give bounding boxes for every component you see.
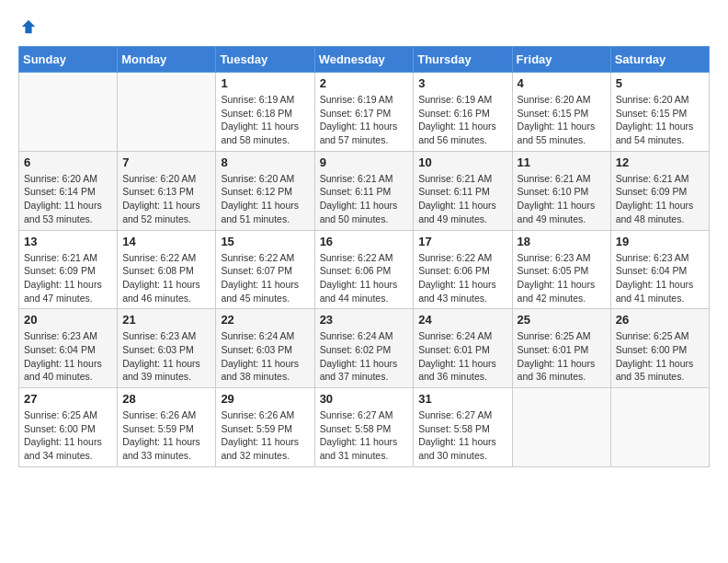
cell-info: Sunrise: 6:21 AM Sunset: 6:09 PM Dayligh… [616, 172, 704, 226]
day-number: 25 [518, 313, 606, 327]
day-header-sunday: Sunday [19, 47, 118, 73]
calendar-cell [118, 73, 216, 152]
calendar-cell: 18Sunrise: 6:23 AM Sunset: 6:05 PM Dayli… [512, 230, 610, 309]
day-number: 3 [418, 76, 506, 90]
day-number: 15 [221, 235, 309, 248]
cell-info: Sunrise: 6:20 AM Sunset: 6:14 PM Dayligh… [24, 172, 112, 226]
calendar-cell [610, 388, 709, 467]
calendar-cell: 31Sunrise: 6:27 AM Sunset: 5:58 PM Dayli… [414, 388, 512, 467]
cell-info: Sunrise: 6:19 AM Sunset: 6:18 PM Dayligh… [221, 93, 309, 147]
calendar-cell: 12Sunrise: 6:21 AM Sunset: 6:09 PM Dayli… [610, 151, 709, 230]
calendar-cell: 26Sunrise: 6:25 AM Sunset: 6:00 PM Dayli… [610, 309, 709, 388]
cell-info: Sunrise: 6:21 AM Sunset: 6:11 PM Dayligh… [320, 172, 409, 226]
cell-info: Sunrise: 6:21 AM Sunset: 6:09 PM Dayligh… [24, 251, 112, 305]
calendar-cell: 23Sunrise: 6:24 AM Sunset: 6:02 PM Dayli… [314, 309, 414, 388]
day-number: 8 [221, 155, 309, 169]
cell-info: Sunrise: 6:21 AM Sunset: 6:11 PM Dayligh… [418, 172, 506, 226]
cell-info: Sunrise: 6:20 AM Sunset: 6:12 PM Dayligh… [221, 172, 309, 226]
day-number: 6 [24, 155, 112, 169]
day-number: 10 [418, 155, 506, 169]
calendar-week-0: 1Sunrise: 6:19 AM Sunset: 6:18 PM Daylig… [19, 73, 710, 152]
cell-info: Sunrise: 6:20 AM Sunset: 6:15 PM Dayligh… [518, 93, 606, 147]
cell-info: Sunrise: 6:21 AM Sunset: 6:10 PM Dayligh… [518, 172, 606, 226]
day-number: 1 [221, 76, 309, 90]
day-number: 12 [616, 155, 704, 169]
logo-icon [20, 18, 37, 35]
day-number: 21 [122, 313, 210, 327]
cell-info: Sunrise: 6:25 AM Sunset: 6:01 PM Dayligh… [518, 329, 606, 384]
calendar-cell: 29Sunrise: 6:26 AM Sunset: 5:59 PM Dayli… [216, 388, 314, 467]
calendar-cell: 15Sunrise: 6:22 AM Sunset: 6:07 PM Dayli… [216, 230, 314, 309]
day-number: 7 [122, 155, 210, 169]
calendar-cell: 10Sunrise: 6:21 AM Sunset: 6:11 PM Dayli… [414, 151, 512, 230]
cell-info: Sunrise: 6:25 AM Sunset: 6:00 PM Dayligh… [24, 408, 112, 463]
day-header-saturday: Saturday [610, 47, 709, 73]
cell-info: Sunrise: 6:26 AM Sunset: 5:59 PM Dayligh… [221, 408, 309, 463]
calendar-cell: 14Sunrise: 6:22 AM Sunset: 6:08 PM Dayli… [118, 230, 216, 309]
day-number: 30 [320, 392, 409, 406]
calendar-cell: 20Sunrise: 6:23 AM Sunset: 6:04 PM Dayli… [19, 309, 118, 388]
cell-info: Sunrise: 6:27 AM Sunset: 5:58 PM Dayligh… [320, 408, 409, 463]
calendar-cell: 6Sunrise: 6:20 AM Sunset: 6:14 PM Daylig… [19, 151, 118, 230]
calendar-cell: 5Sunrise: 6:20 AM Sunset: 6:15 PM Daylig… [610, 73, 709, 152]
logo [18, 18, 37, 31]
day-number: 22 [221, 313, 309, 327]
day-number: 18 [518, 235, 606, 248]
calendar-cell: 4Sunrise: 6:20 AM Sunset: 6:15 PM Daylig… [512, 73, 610, 152]
calendar-header: SundayMondayTuesdayWednesdayThursdayFrid… [19, 47, 710, 73]
day-number: 24 [418, 313, 506, 327]
day-number: 5 [616, 76, 704, 90]
calendar-cell: 25Sunrise: 6:25 AM Sunset: 6:01 PM Dayli… [512, 309, 610, 388]
cell-info: Sunrise: 6:20 AM Sunset: 6:15 PM Dayligh… [616, 93, 704, 147]
calendar-cell: 8Sunrise: 6:20 AM Sunset: 6:12 PM Daylig… [216, 151, 314, 230]
calendar-table: SundayMondayTuesdayWednesdayThursdayFrid… [18, 46, 710, 467]
calendar-week-4: 27Sunrise: 6:25 AM Sunset: 6:00 PM Dayli… [19, 388, 710, 467]
cell-info: Sunrise: 6:25 AM Sunset: 6:00 PM Dayligh… [616, 329, 704, 384]
calendar-week-3: 20Sunrise: 6:23 AM Sunset: 6:04 PM Dayli… [19, 309, 710, 388]
cell-info: Sunrise: 6:20 AM Sunset: 6:13 PM Dayligh… [122, 172, 210, 226]
cell-info: Sunrise: 6:23 AM Sunset: 6:04 PM Dayligh… [616, 251, 704, 305]
calendar-cell: 1Sunrise: 6:19 AM Sunset: 6:18 PM Daylig… [216, 73, 314, 152]
day-number: 31 [418, 392, 506, 406]
cell-info: Sunrise: 6:26 AM Sunset: 5:59 PM Dayligh… [122, 408, 210, 463]
cell-info: Sunrise: 6:19 AM Sunset: 6:16 PM Dayligh… [418, 93, 506, 147]
day-number: 13 [24, 235, 112, 248]
cell-info: Sunrise: 6:24 AM Sunset: 6:02 PM Dayligh… [320, 329, 409, 384]
day-header-thursday: Thursday [414, 47, 512, 73]
page-header [18, 18, 710, 31]
cell-info: Sunrise: 6:22 AM Sunset: 6:07 PM Dayligh… [221, 251, 309, 305]
cell-info: Sunrise: 6:23 AM Sunset: 6:03 PM Dayligh… [122, 329, 210, 384]
day-header-wednesday: Wednesday [314, 47, 414, 73]
cell-info: Sunrise: 6:27 AM Sunset: 5:58 PM Dayligh… [418, 408, 506, 463]
day-number: 20 [24, 313, 112, 327]
calendar-cell: 28Sunrise: 6:26 AM Sunset: 5:59 PM Dayli… [118, 388, 216, 467]
cell-info: Sunrise: 6:19 AM Sunset: 6:17 PM Dayligh… [320, 93, 409, 147]
cell-info: Sunrise: 6:22 AM Sunset: 6:06 PM Dayligh… [320, 251, 409, 305]
calendar-cell: 21Sunrise: 6:23 AM Sunset: 6:03 PM Dayli… [118, 309, 216, 388]
calendar-cell: 16Sunrise: 6:22 AM Sunset: 6:06 PM Dayli… [314, 230, 414, 309]
calendar-cell: 27Sunrise: 6:25 AM Sunset: 6:00 PM Dayli… [19, 388, 118, 467]
day-number: 11 [518, 155, 606, 169]
day-number: 17 [418, 235, 506, 248]
day-number: 2 [320, 76, 409, 90]
day-header-monday: Monday [118, 47, 216, 73]
cell-info: Sunrise: 6:23 AM Sunset: 6:05 PM Dayligh… [518, 251, 606, 305]
calendar-cell: 3Sunrise: 6:19 AM Sunset: 6:16 PM Daylig… [414, 73, 512, 152]
calendar-cell: 7Sunrise: 6:20 AM Sunset: 6:13 PM Daylig… [118, 151, 216, 230]
cell-info: Sunrise: 6:23 AM Sunset: 6:04 PM Dayligh… [24, 329, 112, 384]
calendar-cell [19, 73, 118, 152]
calendar-cell: 17Sunrise: 6:22 AM Sunset: 6:06 PM Dayli… [414, 230, 512, 309]
day-header-friday: Friday [512, 47, 610, 73]
cell-info: Sunrise: 6:24 AM Sunset: 6:01 PM Dayligh… [418, 329, 506, 384]
cell-info: Sunrise: 6:22 AM Sunset: 6:08 PM Dayligh… [122, 251, 210, 305]
day-number: 27 [24, 392, 112, 406]
calendar-cell: 9Sunrise: 6:21 AM Sunset: 6:11 PM Daylig… [314, 151, 414, 230]
day-number: 26 [616, 313, 704, 327]
calendar-cell: 24Sunrise: 6:24 AM Sunset: 6:01 PM Dayli… [414, 309, 512, 388]
day-number: 4 [518, 76, 606, 90]
day-number: 16 [320, 235, 409, 248]
calendar-cell: 2Sunrise: 6:19 AM Sunset: 6:17 PM Daylig… [314, 73, 414, 152]
day-number: 29 [221, 392, 309, 406]
calendar-cell: 22Sunrise: 6:24 AM Sunset: 6:03 PM Dayli… [216, 309, 314, 388]
svg-marker-0 [22, 20, 35, 33]
